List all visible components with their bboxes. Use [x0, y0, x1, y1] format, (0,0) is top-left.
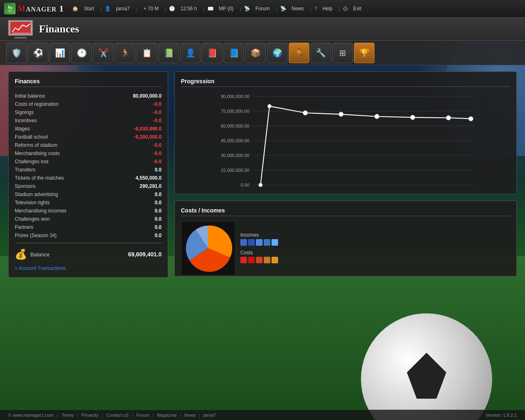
main-content: Finances Initial balance80,000,000.0Cost… [0, 65, 525, 284]
toolbar-btn-trophy[interactable]: 🏆 [354, 43, 374, 63]
finance-label: Reforms of stadium [15, 142, 57, 148]
svg-text:30,000,000.00: 30,000,000.00 [221, 153, 249, 158]
toolbar-btn-book-blue[interactable]: 📘 [224, 43, 244, 63]
footer-magazine[interactable]: Magazine [157, 413, 177, 418]
toolbar-btn-runner-active[interactable]: 🏃 [289, 43, 309, 63]
finance-label: Stadium advertising [15, 192, 58, 197]
footer-user[interactable]: jaroa7 [203, 413, 216, 418]
legend-section: Incomes Costs [240, 232, 278, 263]
nav-money[interactable]: + 70 M [140, 5, 162, 13]
finance-row: Challenges lost-0.0 [15, 158, 162, 166]
nav-mp[interactable]: MP (0) [216, 5, 237, 13]
finance-label: Merchandising costs [15, 151, 59, 156]
nav-help[interactable]: Help [319, 5, 336, 13]
finance-row: Television rights0.0 [15, 199, 162, 207]
finance-value: -9,200,000.0 [134, 134, 162, 140]
finance-label: Sponsors [15, 183, 36, 189]
question-icon: ? [314, 6, 317, 11]
nav-user[interactable]: jaroa7 [113, 5, 133, 13]
finance-label: Television rights [15, 200, 50, 205]
toolbar-btn-person[interactable]: 👤 [180, 43, 201, 63]
finance-value: 0.0 [155, 200, 162, 205]
clock-icon: 🕐 [169, 6, 175, 11]
balance-separator [15, 243, 162, 243]
finance-value: 4,550,000.0 [136, 175, 162, 181]
nav-start[interactable]: Start [80, 5, 97, 13]
toolbar-btn-book-red[interactable]: 📕 [202, 43, 222, 63]
incomes-colors [240, 239, 278, 246]
finance-value: 80,000,000.0 [133, 93, 162, 99]
finance-value: -6,030,890.0 [134, 126, 162, 132]
svg-text:90,000,000.00: 90,000,000.00 [221, 94, 249, 99]
finance-row: Signings-0.0 [15, 108, 162, 116]
costs-colors [240, 257, 278, 263]
footer-privacity[interactable]: Privacity [81, 413, 98, 418]
toolbar-btn-chart[interactable]: 📊 [50, 43, 70, 63]
income-color-3 [256, 239, 262, 246]
finance-value: 0.0 [155, 208, 162, 214]
finance-label: Wages [15, 126, 30, 132]
nav-news[interactable]: News [288, 5, 307, 13]
pie-chart-container [181, 221, 234, 274]
finance-row: Incentives-0.0 [15, 116, 162, 125]
page-header: Finances [0, 18, 525, 41]
toolbar-btn-clipboard[interactable]: 📋 [137, 43, 157, 63]
cost-color-4 [264, 257, 270, 263]
finance-row: Stadium advertising0.0 [15, 190, 162, 199]
top-nav: 🍃 MANAGER 1 🏠 Start | 👤 jaroa7 | + 70 M … [0, 0, 525, 18]
logo-icon: 🍃 [4, 3, 16, 14]
nav-exit[interactable]: Exit [350, 5, 365, 13]
toolbar-btn-tools[interactable]: 🔧 [310, 43, 331, 63]
costs-label: Costs [240, 250, 278, 256]
toolbar-btn-shield[interactable]: 🛡️ [6, 43, 27, 63]
footer-contact[interactable]: Contact uS [106, 413, 128, 418]
balance-icon: 💰 [15, 249, 27, 260]
finance-label: Incentives [15, 118, 37, 123]
finance-value: 0.0 [155, 167, 162, 173]
toolbar-btn-globe[interactable]: 🌍 [267, 43, 288, 63]
incomes-label: Incomes [240, 232, 278, 238]
svg-point-19 [339, 112, 343, 116]
toolbar-btn-grid[interactable]: ⊞ [332, 43, 353, 63]
toolbar-btn-clock[interactable]: 🕐 [71, 43, 92, 63]
toolbar-btn-runner[interactable]: 🏃 [115, 43, 135, 63]
toolbar-btn-box[interactable]: 📦 [245, 43, 266, 63]
footer-forum[interactable]: Forum [136, 413, 149, 418]
finance-row: Partners0.0 [15, 223, 162, 231]
footer-terms[interactable]: Terms [62, 413, 74, 418]
page-title: Finances [39, 23, 79, 35]
user-icon: 👤 [105, 6, 111, 11]
svg-point-22 [446, 116, 451, 120]
finance-value: 290,291.0 [140, 183, 162, 189]
finance-label: Football school [15, 134, 48, 140]
finance-row: Sponsors290,291.0 [15, 182, 162, 190]
finance-value: 0.0 [155, 224, 162, 230]
finance-label: Initial balance [15, 93, 45, 99]
toolbar-btn-scissors[interactable]: ✂️ [93, 43, 114, 63]
footer-news[interactable]: News [184, 413, 196, 418]
svg-text:0.00: 0.00 [241, 183, 249, 187]
toolbar-btn-book-green[interactable]: 📗 [158, 43, 179, 63]
finance-value: 0.0 [155, 216, 162, 222]
progression-title: Progression [181, 78, 510, 87]
incomes-legend: Incomes [240, 232, 278, 246]
finance-row: Tickets of the matches4,550,000.0 [15, 174, 162, 182]
progression-panel: Progression 90,000,000.00 75,000,000.00 … [174, 71, 517, 194]
toolbar-btn-ball[interactable]: ⚽ [28, 43, 48, 63]
finance-label: Tickets of the matches [15, 175, 64, 181]
svg-point-20 [374, 114, 379, 119]
balance-value: 69,609,401.0 [128, 251, 162, 258]
nav-forum[interactable]: Forum [252, 5, 273, 13]
income-color-1 [240, 239, 247, 246]
home-icon: 🏠 [72, 6, 78, 11]
income-color-2 [248, 239, 255, 246]
ci-content: Incomes Costs [181, 221, 510, 274]
icon-toolbar: 🛡️ ⚽ 📊 🕐 ✂️ 🏃 📋 📗 👤 📕 📘 📦 🌍 🏃 🔧 ⊞ 🏆 [0, 41, 525, 65]
icon-stand [14, 37, 27, 39]
finance-value: -0.0 [153, 159, 162, 164]
account-transactions-link[interactable]: » Account Transactions [15, 265, 66, 271]
finance-rows: Initial balance80,000,000.0Costs of regi… [15, 92, 162, 240]
nav-time[interactable]: 12:56 h [177, 5, 200, 13]
costs-incomes-title: Costs / Incomes [181, 207, 510, 216]
finance-row: Merchandising incomes0.0 [15, 207, 162, 215]
